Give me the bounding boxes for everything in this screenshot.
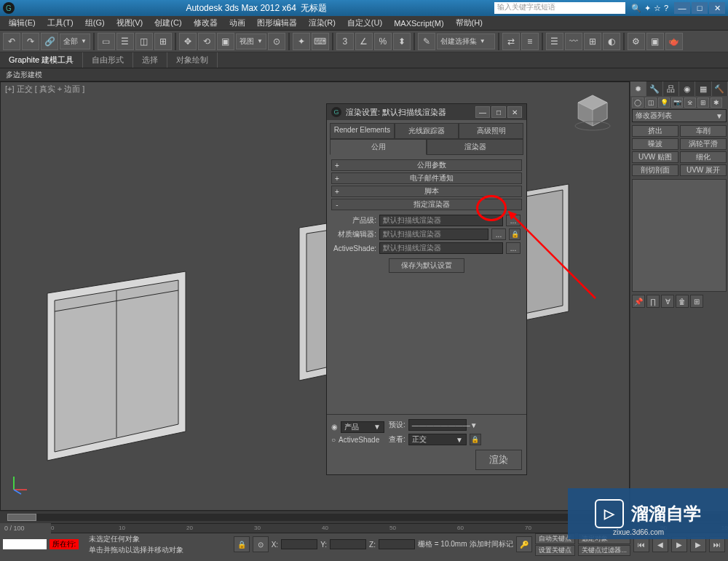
tab-render-elements[interactable]: Render Elements <box>330 123 395 139</box>
y-input[interactable] <box>330 539 366 549</box>
z-input[interactable] <box>379 539 415 549</box>
viewport-label[interactable]: [+] 正交 [ 真实 + 边面 ] <box>5 84 84 95</box>
modifier-button[interactable]: 涡轮平滑 <box>680 138 727 150</box>
lock-icon[interactable]: 🔒 <box>509 228 521 240</box>
add-time-tag[interactable]: 添加时间标记 <box>470 539 513 549</box>
render-setup-button[interactable]: ⚙ <box>628 33 645 50</box>
minimize-button[interactable]: — <box>674 2 690 14</box>
configure-sets-icon[interactable]: ⊞ <box>690 295 703 308</box>
time-slider-thumb[interactable] <box>7 514 36 521</box>
isolate-icon[interactable]: ⊙ <box>253 536 269 552</box>
subtab-icon[interactable]: ◯ <box>632 98 644 108</box>
modifier-button[interactable]: UVW 贴图 <box>632 151 678 163</box>
align-button[interactable]: ≡ <box>521 33 539 50</box>
menu-edit[interactable]: 编辑(E) <box>3 17 41 28</box>
subtab-icon[interactable]: 💡 <box>658 98 670 108</box>
hierarchy-tab-icon[interactable]: 品 <box>663 81 679 96</box>
save-defaults-button[interactable]: 保存为默认设置 <box>389 258 464 273</box>
tool-icon[interactable]: ? <box>664 4 668 12</box>
viewport[interactable]: [+] 正交 [ 真实 + 边面 ] <box>0 81 630 511</box>
color-swatch[interactable] <box>3 539 47 549</box>
subtab-icon[interactable]: ⊞ <box>697 98 709 108</box>
view-dropdown[interactable]: 正交▼ <box>408 434 467 445</box>
snap-button[interactable]: 3 <box>336 33 354 50</box>
preset-dropdown[interactable]: ————————▼ <box>408 419 467 431</box>
activeshade-choose-button[interactable]: ... <box>506 242 521 254</box>
spinner-snap-button[interactable]: ⬍ <box>393 33 411 50</box>
key-icon[interactable]: 🔑 <box>516 536 532 552</box>
utilities-tab-icon[interactable]: 🔨 <box>712 81 728 96</box>
subtab-icon[interactable]: ✱ <box>711 98 722 108</box>
ribbon-tab-graphite[interactable]: Graphite 建模工具 <box>0 52 83 68</box>
ribbon-tab-freeform[interactable]: 自由形式 <box>83 52 133 68</box>
modifier-button[interactable]: 细化 <box>680 151 727 163</box>
viewport-object[interactable] <box>40 264 200 468</box>
menu-modifiers[interactable]: 修改器 <box>188 17 223 28</box>
rollout-assign-renderer[interactable]: -指定渲染器 <box>331 199 522 210</box>
select-name-button[interactable]: ☰ <box>116 33 134 50</box>
pin-stack-icon[interactable]: 📌 <box>632 295 645 308</box>
pivot-button[interactable]: ⊙ <box>268 33 285 50</box>
render-frame-button[interactable]: ▣ <box>646 33 664 50</box>
move-button[interactable]: ✥ <box>179 33 197 50</box>
menu-grapheditors[interactable]: 图形编辑器 <box>251 17 303 28</box>
motion-tab-icon[interactable]: ◉ <box>679 81 695 96</box>
show-result-icon[interactable]: ∏ <box>646 295 660 308</box>
subtab-icon[interactable]: ◫ <box>645 98 657 108</box>
menu-animation[interactable]: 动画 <box>223 17 251 28</box>
modifier-stack[interactable] <box>632 179 727 292</box>
curve-editor-button[interactable]: 〰 <box>565 33 582 50</box>
dialog-minimize-button[interactable]: — <box>475 106 490 118</box>
create-tab-icon[interactable]: ✹ <box>630 81 646 96</box>
rollout-scripts[interactable]: +脚本 <box>331 186 522 197</box>
schematic-button[interactable]: ⊞ <box>584 33 601 50</box>
close-button[interactable]: ✕ <box>709 2 725 14</box>
app-icon[interactable]: G <box>3 2 15 14</box>
maximize-button[interactable]: □ <box>692 2 708 14</box>
mirror-button[interactable]: ⇄ <box>502 33 520 50</box>
rollout-common-params[interactable]: +公用参数 <box>331 159 522 171</box>
scale-button[interactable]: ▣ <box>217 33 234 50</box>
tool-icon[interactable]: ✦ <box>644 4 651 13</box>
angle-snap-button[interactable]: ∠ <box>355 33 373 50</box>
axis-gizmo[interactable] <box>8 474 30 496</box>
editnamed-button[interactable]: ✎ <box>418 33 435 50</box>
display-tab-icon[interactable]: ▦ <box>695 81 711 96</box>
modify-tab-icon[interactable]: 🔧 <box>646 81 662 96</box>
modifier-button[interactable]: 剖切剖面 <box>632 164 678 176</box>
namedsel-dropdown[interactable]: 创建选择集▼ <box>437 33 495 49</box>
menu-customize[interactable]: 自定义(U) <box>341 17 388 28</box>
subtab-icon[interactable]: ※ <box>684 98 696 108</box>
link-button[interactable]: 🔗 <box>41 33 58 50</box>
undo-button[interactable]: ↶ <box>3 33 20 50</box>
modifier-button[interactable]: 车削 <box>680 125 727 137</box>
subtab-icon[interactable]: 📷 <box>671 98 683 108</box>
keyfilter-button[interactable]: 关键点过滤器... <box>578 545 630 556</box>
tab-advanced-lighting[interactable]: 高级照明 <box>459 123 523 139</box>
percent-snap-button[interactable]: % <box>374 33 392 50</box>
menu-create[interactable]: 创建(C) <box>149 17 187 28</box>
window-crossing-button[interactable]: ⊞ <box>154 33 172 50</box>
activeshade-radio[interactable]: ○ ActiveShade <box>331 436 384 444</box>
tool-icon[interactable]: ☆ <box>654 4 661 13</box>
keyboard-button[interactable]: ⌨ <box>312 33 329 50</box>
ribbon-tab-selection[interactable]: 选择 <box>133 52 167 68</box>
make-unique-icon[interactable]: ∀ <box>661 295 674 308</box>
dialog-titlebar[interactable]: G 渲染设置: 默认扫描线渲染器 — □ ✕ <box>327 104 526 120</box>
rollout-email[interactable]: +电子邮件通知 <box>331 172 522 184</box>
product-choose-button[interactable]: ... <box>506 215 521 226</box>
lock-view-icon[interactable]: 🔒 <box>470 434 481 445</box>
search-input[interactable]: 输入关键字或短语 <box>494 2 625 14</box>
tab-common[interactable]: 公用 <box>330 139 427 155</box>
menu-help[interactable]: 帮助(H) <box>450 17 488 28</box>
viewcube[interactable] <box>571 89 614 133</box>
render-button[interactable]: 🫖 <box>665 33 683 50</box>
x-input[interactable] <box>281 539 317 549</box>
menu-group[interactable]: 组(G) <box>79 17 111 28</box>
menu-render[interactable]: 渲染(R) <box>303 17 341 28</box>
dialog-maximize-button[interactable]: □ <box>491 106 506 118</box>
modifier-button[interactable]: UVW 展开 <box>680 164 727 176</box>
menu-maxscript[interactable]: MAXScript(M) <box>388 19 449 28</box>
tab-renderer[interactable]: 渲染器 <box>427 139 523 155</box>
setkey-button[interactable]: 设置关键点 <box>535 545 575 556</box>
